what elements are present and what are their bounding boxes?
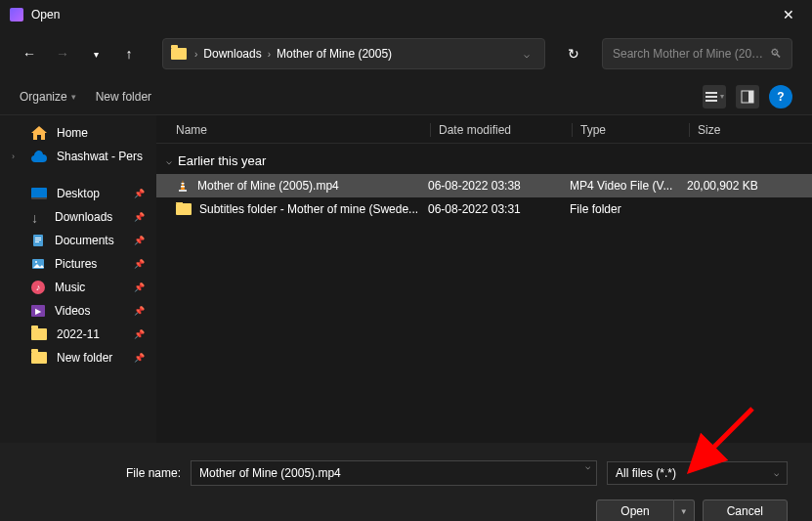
svg-rect-2 (705, 100, 717, 102)
address-dropdown[interactable]: ⌵ (517, 49, 536, 60)
file-size: 20,00,902 KB (679, 179, 792, 193)
home-icon (31, 126, 47, 140)
view-list-icon[interactable]: ▾ (703, 85, 726, 109)
sidebar-item-label: 2022-11 (57, 327, 100, 341)
new-folder-button[interactable]: New folder (96, 90, 151, 104)
group-label: Earlier this year (178, 153, 266, 168)
sidebar-item-documents[interactable]: Documents 📌 (0, 229, 156, 252)
videos-icon: ▶ (31, 305, 45, 317)
vlc-icon (176, 179, 190, 193)
sidebar-item-label: Downloads (55, 210, 112, 224)
file-date: 06-08-2022 03:38 (420, 179, 562, 193)
pin-icon: 📌 (134, 259, 145, 269)
svg-rect-11 (179, 190, 187, 192)
chevron-right-icon: › (12, 152, 21, 161)
filetype-filter[interactable]: All files (*.*) ⌵ (607, 461, 788, 485)
column-name[interactable]: Name (176, 123, 430, 137)
svg-point-10 (35, 261, 37, 263)
file-type: File folder (562, 202, 679, 216)
pin-icon: 📌 (134, 306, 145, 316)
file-row[interactable]: Mother of Mine (2005).mp4 06-08-2022 03:… (156, 174, 812, 197)
titlebar: Open ✕ (0, 0, 812, 29)
sidebar-item-music[interactable]: ♪ Music 📌 (0, 276, 156, 299)
folder-icon (31, 328, 47, 340)
preview-pane-icon[interactable] (736, 85, 759, 109)
sidebar-item-label: New folder (57, 351, 112, 365)
svg-rect-6 (35, 238, 41, 239)
chevron-down-icon: ⌵ (166, 155, 172, 166)
back-button[interactable]: ← (20, 46, 39, 62)
svg-rect-4 (748, 91, 753, 103)
column-date[interactable]: Date modified (430, 123, 572, 137)
organize-button[interactable]: Organize▾ (20, 90, 76, 104)
svg-rect-13 (181, 186, 185, 188)
filename-input[interactable] (192, 461, 579, 485)
pin-icon: 📌 (134, 329, 145, 339)
cancel-button[interactable]: Cancel (703, 499, 788, 521)
file-pane: Name Date modified Type Size ⌵ Earlier t… (156, 115, 812, 443)
main-area: Home › Shashwat - Pers Desktop 📌 ↓ Downl… (0, 115, 812, 443)
up-button[interactable]: ↑ (119, 46, 139, 62)
sidebar-item-label: Videos (55, 304, 90, 318)
pin-icon: 📌 (134, 353, 145, 363)
column-headers: Name Date modified Type Size (156, 115, 812, 144)
sidebar-item-newfolder[interactable]: New folder 📌 (0, 346, 156, 369)
file-row[interactable]: Subtitles folder - Mother of mine (Swede… (156, 197, 812, 221)
breadcrumb-item[interactable]: Mother of Mine (2005) (277, 47, 392, 61)
filename-dropdown[interactable]: ⌵ (579, 461, 596, 485)
sidebar-item-videos[interactable]: ▶ Videos 📌 (0, 299, 156, 323)
column-type[interactable]: Type (572, 123, 689, 137)
sidebar-item-onedrive[interactable]: › Shashwat - Pers (0, 145, 156, 168)
sidebar-item-home[interactable]: Home (0, 121, 156, 145)
refresh-button[interactable]: ↻ (559, 46, 588, 62)
filter-label: All files (*.*) (616, 466, 774, 480)
sidebar: Home › Shashwat - Pers Desktop 📌 ↓ Downl… (0, 115, 156, 443)
chevron-right-icon: › (194, 49, 197, 60)
pin-icon: 📌 (134, 212, 145, 222)
column-size[interactable]: Size (689, 123, 792, 137)
sidebar-item-label: Music (55, 281, 85, 294)
sidebar-item-label: Desktop (57, 187, 100, 200)
sidebar-item-2022[interactable]: 2022-11 📌 (0, 323, 156, 346)
search-input[interactable]: Search Mother of Mine (200... 🔍︎ (602, 38, 792, 69)
sidebar-item-desktop[interactable]: Desktop 📌 (0, 182, 156, 205)
group-header[interactable]: ⌵ Earlier this year (156, 144, 812, 174)
chevron-down-icon: ⌵ (774, 468, 779, 478)
open-button-group: Open ▼ (596, 499, 694, 521)
sidebar-item-label: Documents (55, 234, 114, 247)
pictures-icon (31, 257, 45, 271)
desktop-icon (31, 188, 47, 199)
footer: File name: ⌵ All files (*.*) ⌵ Open ▼ Ca… (0, 443, 812, 521)
recent-dropdown[interactable]: ▾ (86, 49, 106, 60)
app-icon (10, 8, 23, 22)
window-title: Open (31, 8, 775, 22)
sidebar-item-label: Shashwat - Pers (57, 150, 143, 163)
sidebar-item-pictures[interactable]: Pictures 📌 (0, 252, 156, 276)
forward-button[interactable]: → (53, 46, 72, 62)
navbar: ← → ▾ ↑ › Downloads › Mother of Mine (20… (0, 29, 812, 78)
pin-icon: 📌 (134, 189, 145, 198)
svg-rect-7 (35, 239, 41, 240)
sidebar-item-label: Pictures (55, 257, 97, 271)
open-dropdown[interactable]: ▼ (674, 499, 695, 521)
pin-icon: 📌 (134, 236, 145, 245)
breadcrumb-item[interactable]: Downloads (203, 47, 261, 61)
sidebar-item-label: Home (57, 126, 88, 140)
svg-rect-12 (182, 183, 185, 185)
file-type: MP4 Video File (V... (562, 179, 679, 193)
filename-label: File name: (24, 466, 181, 480)
breadcrumb: › Downloads › Mother of Mine (2005) (194, 47, 509, 61)
close-button[interactable]: ✕ (775, 3, 802, 26)
download-icon: ↓ (31, 210, 45, 224)
address-bar[interactable]: › Downloads › Mother of Mine (2005) ⌵ (162, 38, 545, 69)
open-button[interactable]: Open (596, 499, 673, 521)
pin-icon: 📌 (134, 282, 145, 292)
svg-rect-8 (35, 241, 39, 242)
music-icon: ♪ (31, 281, 45, 294)
toolbar: Organize▾ New folder ▾ ? (0, 78, 812, 115)
documents-icon (31, 234, 45, 247)
sidebar-item-downloads[interactable]: ↓ Downloads 📌 (0, 205, 156, 229)
search-placeholder: Search Mother of Mine (200... (613, 47, 764, 61)
cloud-icon (31, 151, 47, 162)
help-icon[interactable]: ? (769, 85, 792, 109)
